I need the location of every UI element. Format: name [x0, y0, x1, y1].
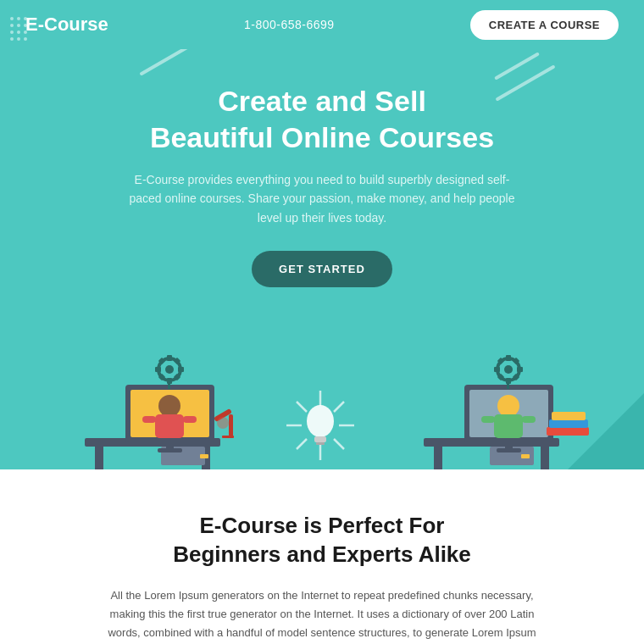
svg-point-10: [165, 365, 174, 374]
decorative-dots: [10, 17, 27, 41]
svg-rect-21: [155, 414, 184, 438]
svg-rect-37: [314, 436, 326, 442]
hero-subtitle: E-Course provides everything you need to…: [119, 170, 525, 227]
illustration-area: [0, 313, 644, 469]
bottom-section: E-Course is Perfect For Beginners and Ex…: [0, 469, 644, 644]
logo: E-Course: [25, 14, 108, 36]
svg-rect-11: [167, 355, 172, 361]
svg-rect-43: [521, 454, 530, 458]
svg-rect-8: [158, 448, 182, 452]
svg-rect-62: [522, 416, 536, 423]
bottom-title: E-Course is Perfect For Beginners and Ex…: [68, 512, 576, 569]
svg-rect-58: [507, 380, 509, 389]
hero-section: Create and Sell Beautiful Online Courses…: [0, 49, 644, 313]
svg-rect-23: [183, 416, 197, 423]
svg-point-59: [497, 395, 519, 417]
svg-rect-53: [517, 367, 523, 372]
deco-triangle: [568, 393, 644, 469]
svg-rect-50: [506, 355, 511, 361]
svg-rect-13: [155, 367, 161, 372]
svg-rect-24: [229, 414, 233, 438]
illustration-svg: [0, 313, 644, 469]
phone-number: 1-800-658-6699: [244, 18, 335, 31]
hero-title: Create and Sell Beautiful Online Courses: [25, 83, 619, 155]
svg-rect-19: [168, 380, 170, 389]
svg-point-49: [504, 365, 513, 374]
svg-line-35: [334, 439, 344, 449]
svg-line-34: [297, 439, 307, 449]
svg-rect-1: [95, 447, 103, 469]
svg-point-36: [307, 405, 334, 437]
svg-point-20: [158, 395, 180, 417]
create-course-button[interactable]: CREATE A COURSE: [470, 10, 619, 40]
header: E-Course 1-800-658-6699 CREATE A COURSE: [0, 0, 644, 49]
get-started-button[interactable]: GET STARTED: [252, 251, 392, 287]
svg-rect-40: [434, 447, 442, 469]
svg-rect-38: [316, 442, 325, 445]
svg-line-33: [334, 402, 344, 412]
bottom-body: All the Lorem Ipsum generators on the In…: [97, 586, 547, 644]
deco-line-topleft: [139, 49, 199, 76]
svg-line-32: [297, 402, 307, 412]
svg-rect-41: [541, 447, 549, 469]
svg-rect-4: [200, 454, 208, 458]
svg-rect-27: [222, 436, 234, 438]
svg-point-26: [217, 417, 229, 429]
svg-rect-60: [494, 414, 523, 438]
svg-rect-47: [497, 448, 521, 452]
svg-rect-52: [494, 367, 500, 372]
svg-rect-14: [178, 367, 184, 372]
svg-rect-61: [481, 416, 495, 423]
svg-rect-22: [142, 416, 156, 423]
